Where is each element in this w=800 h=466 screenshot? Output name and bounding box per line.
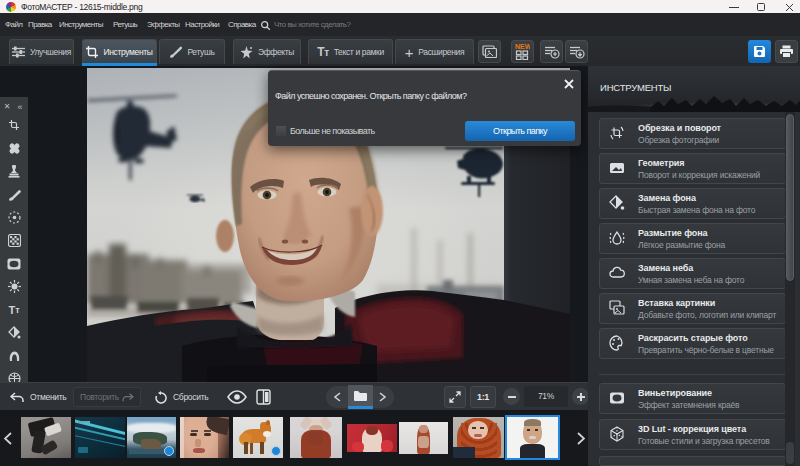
svg-text:NEW: NEW <box>515 43 530 50</box>
